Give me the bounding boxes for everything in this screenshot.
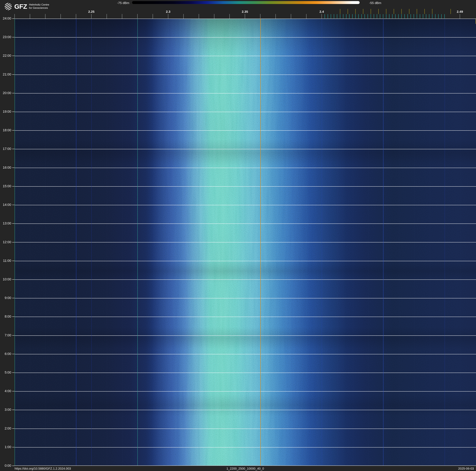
- marker-line-2.44: [383, 18, 383, 466]
- freq-minor-tick: [306, 14, 306, 18]
- ble-channel-tick: [352, 14, 353, 18]
- hour-tick: [12, 410, 15, 410]
- marker-line-2.2: [15, 18, 15, 466]
- freq-minor-tick: [260, 14, 260, 18]
- marker-line-2.36: [260, 18, 261, 466]
- wifi-channel-tick: [409, 9, 409, 14]
- ble-channel-tick: [411, 14, 411, 18]
- freq-tick-label: 2.25: [88, 10, 95, 14]
- freq-minor-tick: [61, 14, 61, 18]
- hour-tick: [12, 242, 15, 242]
- ble-channel-tick: [392, 14, 392, 18]
- ble-channel-tick: [374, 14, 374, 18]
- ble-channel-tick: [441, 14, 442, 18]
- gfz-logo-subtitle: Helmholtz Centre for Geosciences: [29, 3, 49, 10]
- gfz-logo-icon: [5, 3, 12, 10]
- freq-minor-tick: [199, 14, 199, 18]
- hour-tick: [12, 18, 15, 19]
- spectrogram-plot: [15, 18, 476, 466]
- colorbar-max-label: -55 dBm: [369, 1, 381, 5]
- hour-tick: [12, 93, 15, 93]
- freq-minor-tick: [122, 14, 122, 18]
- marker-line-2.24: [76, 18, 76, 466]
- ble-channel-tick: [408, 14, 408, 18]
- ble-channel-tick: [423, 14, 423, 18]
- ble-channel-tick: [328, 14, 328, 18]
- colorbar-gradient: [132, 1, 360, 4]
- marker-line-2.25: [91, 18, 92, 466]
- ble-channel-tick: [383, 14, 383, 18]
- marker-line-2.32: [199, 18, 199, 466]
- freq-minor-tick: [76, 14, 76, 18]
- ble-channel-tick: [368, 14, 368, 18]
- hour-tick: [12, 372, 15, 373]
- hour-tick: [12, 447, 15, 447]
- ble-channel-tick: [358, 14, 359, 18]
- hour-label: 5:00: [5, 370, 11, 375]
- freq-minor-tick: [460, 14, 460, 18]
- hour-tick: [12, 223, 15, 224]
- gfz-logo-subtitle-line1: Helmholtz Centre: [29, 3, 49, 6]
- freq-minor-tick: [322, 14, 322, 18]
- hour-tick: [12, 112, 15, 112]
- freq-minor-tick: [15, 14, 15, 18]
- frequency-axis: 2.252.32.352.42.49: [15, 9, 476, 18]
- wifi-channel-tick: [417, 9, 417, 14]
- hour-label: 14:00: [3, 203, 11, 207]
- hour-tick: [12, 205, 15, 205]
- hour-label: 15:00: [3, 184, 11, 188]
- marker-line-2.4: [322, 18, 322, 466]
- freq-tick-label: 2.35: [242, 10, 248, 14]
- ble-channel-tick: [398, 14, 399, 18]
- hour-label: 24:00: [3, 17, 11, 20]
- ble-channel-tick: [337, 14, 337, 18]
- spectrogram-page: -75 dBm -55 dBm GFZ Helmholtz Centre for…: [0, 0, 476, 471]
- freq-minor-tick: [291, 14, 291, 18]
- ble-channel-tick: [435, 14, 435, 18]
- freq-minor-tick: [137, 14, 137, 18]
- wifi-channel-tick: [451, 9, 451, 14]
- colorbar: -75 dBm -55 dBm: [0, 0, 476, 5]
- wifi-channel-tick: [363, 9, 363, 14]
- hour-tick: [12, 391, 15, 391]
- hour-tick: [12, 279, 15, 280]
- ble-channel-tick: [380, 14, 380, 18]
- hour-tick: [12, 317, 15, 317]
- hour-tick: [12, 186, 15, 186]
- ble-channel-tick: [417, 14, 417, 18]
- ble-channel-tick: [361, 14, 362, 18]
- freq-minor-tick: [245, 14, 245, 18]
- hour-label: 10:00: [3, 277, 11, 281]
- hour-label: 12:00: [3, 240, 11, 244]
- hour-label: 9:00: [5, 296, 11, 300]
- hour-tick: [12, 74, 15, 75]
- marker-line-2.28: [137, 18, 138, 466]
- ble-channel-tick: [426, 14, 426, 18]
- freq-minor-tick: [183, 14, 184, 18]
- doi-label: https://doi.org/10.5880/GFZ.1.2.2024.003: [15, 467, 71, 471]
- hour-tick: [12, 56, 15, 56]
- wifi-channel-tick: [432, 9, 432, 14]
- wifi-channel-tick: [371, 9, 371, 14]
- freq-minor-tick: [229, 14, 230, 18]
- ble-channel-tick: [365, 14, 365, 18]
- hour-tick: [12, 130, 15, 130]
- wifi-channel-tick: [355, 9, 356, 14]
- ble-channel-tick: [420, 14, 420, 18]
- time-axis: 24:0023:0022:0021:0020:0019:0018:0017:00…: [0, 18, 15, 466]
- hour-label: 23:00: [3, 35, 11, 39]
- hour-tick: [12, 261, 15, 261]
- ble-channel-tick: [371, 14, 371, 18]
- hour-label: 13:00: [3, 221, 11, 225]
- ble-channel-tick: [401, 14, 402, 18]
- hour-label: 21:00: [3, 72, 11, 76]
- hour-label: 4:00: [5, 389, 11, 393]
- hour-label: 19:00: [3, 110, 11, 114]
- hour-label: 17:00: [3, 147, 11, 151]
- marker-line-2.48: [444, 18, 445, 466]
- hour-label: 16:00: [3, 165, 11, 170]
- frequency-marker-lines: [15, 18, 476, 466]
- freq-minor-tick: [45, 14, 45, 18]
- hour-label: 11:00: [3, 259, 11, 263]
- hour-label: 18:00: [3, 128, 11, 132]
